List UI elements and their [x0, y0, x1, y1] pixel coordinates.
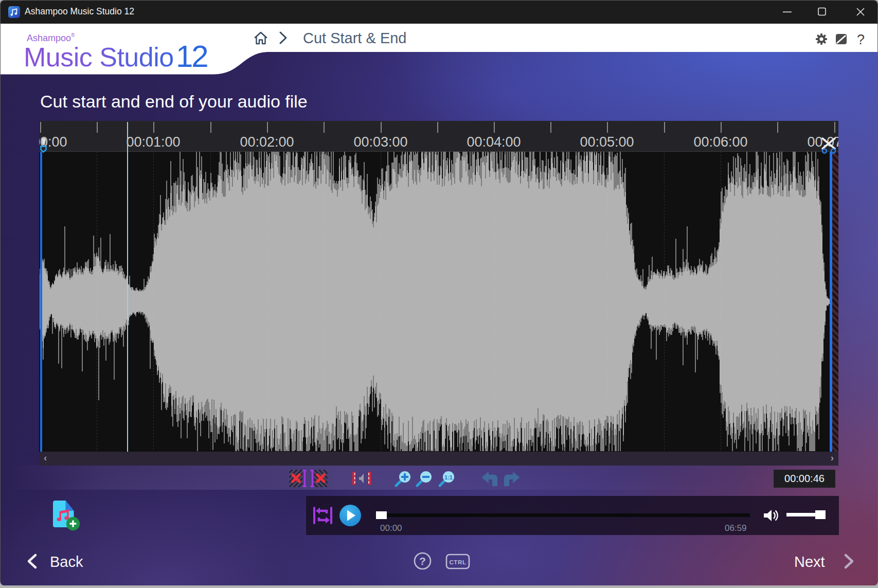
svg-text:?: ?: [857, 32, 865, 47]
svg-text:?: ?: [419, 555, 426, 567]
svg-text:1:1: 1:1: [444, 474, 453, 480]
svg-text:CTRL: CTRL: [449, 559, 466, 565]
